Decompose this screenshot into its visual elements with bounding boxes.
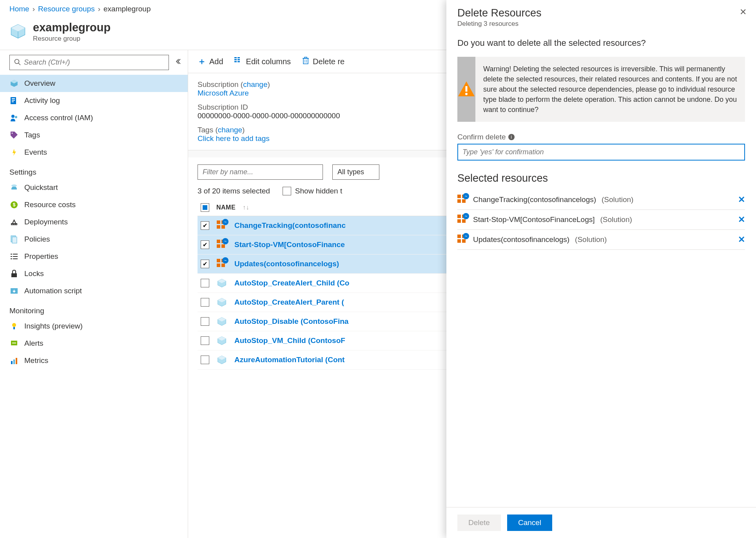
sidebar-item-policies[interactable]: Policies — [0, 231, 188, 248]
confirm-delete-input[interactable] — [457, 144, 745, 161]
cancel-button[interactable]: Cancel — [507, 515, 552, 531]
nav-icon — [9, 183, 19, 192]
sidebar-item-tags[interactable]: Tags — [0, 126, 188, 144]
delete-button[interactable]: Delete — [457, 515, 501, 531]
solution-icon: ~ — [217, 240, 227, 250]
solution-icon: ~ — [217, 259, 227, 269]
filter-name-input[interactable] — [198, 164, 323, 180]
nav-icon — [9, 252, 19, 261]
resource-name[interactable]: Updates(contosofinancelogs) — [234, 260, 339, 268]
nav-icon — [9, 286, 19, 296]
svg-point-3 — [15, 60, 19, 64]
sidebar: OverviewActivity logAccess control (IAM)… — [0, 50, 188, 538]
delete-resource-group-button[interactable]: Delete re — [302, 56, 344, 67]
resource-name[interactable]: AutoStop_CreateAlert_Parent ( — [234, 298, 344, 307]
add-label: Add — [209, 57, 223, 66]
sidebar-item-properties[interactable]: Properties — [0, 248, 188, 265]
sidebar-item-label: Overview — [24, 79, 55, 88]
sidebar-item-overview[interactable]: Overview — [0, 75, 188, 92]
name-column-header[interactable]: NAME — [216, 204, 236, 211]
resource-name[interactable]: AutoStop_VM_Child (ContosoF — [234, 336, 345, 345]
nav-icon — [9, 130, 19, 140]
page-title: examplegroup — [33, 21, 111, 34]
row-checkbox[interactable] — [201, 356, 209, 364]
svg-rect-35 — [13, 359, 15, 364]
warning-icon — [457, 80, 475, 99]
svg-rect-10 — [12, 101, 14, 102]
svg-point-20 — [16, 224, 16, 225]
resource-name[interactable]: AzureAutomationTutorial (Cont — [234, 356, 344, 364]
svg-rect-41 — [237, 59, 240, 60]
svg-point-19 — [14, 224, 15, 225]
selected-resource-row: ~Start-Stop-VM[ContosoFinanceLogs](Solut… — [457, 210, 745, 230]
sidebar-item-alerts[interactable]: Alerts — [0, 335, 188, 352]
svg-rect-37 — [234, 57, 237, 58]
svg-text:$: $ — [13, 202, 16, 208]
nav-icon — [9, 113, 19, 123]
nav-icon — [9, 269, 19, 278]
resource-name[interactable]: ChangeTracking(contosofinanc — [234, 221, 346, 230]
sidebar-item-automation-script[interactable]: Automation script — [0, 282, 188, 300]
sidebar-item-label: Policies — [24, 235, 50, 244]
remove-selected-button[interactable]: ✕ — [738, 195, 745, 205]
select-all-checkbox[interactable] — [201, 203, 209, 212]
sidebar-item-label: Quickstart — [24, 183, 58, 192]
change-subscription-link[interactable]: change — [243, 80, 267, 88]
nav-icon: $ — [9, 200, 19, 209]
sidebar-item-label: Deployments — [24, 218, 68, 226]
runbook-icon — [217, 297, 227, 307]
sidebar-item-events[interactable]: Events — [0, 144, 188, 161]
sidebar-item-activity-log[interactable]: Activity log — [0, 92, 188, 109]
sidebar-item-metrics[interactable]: Metrics — [0, 352, 188, 369]
svg-point-60 — [465, 93, 468, 95]
sidebar-item-access-control-iam-[interactable]: Access control (IAM) — [0, 109, 188, 126]
svg-rect-9 — [12, 100, 15, 101]
nav-icon — [9, 321, 19, 331]
sidebar-item-insights-preview-[interactable]: Insights (preview) — [0, 318, 188, 335]
sidebar-item-label: Metrics — [24, 356, 48, 365]
breadcrumb-resource-groups[interactable]: Resource groups — [38, 5, 95, 13]
breadcrumb-current: examplegroup — [103, 5, 150, 13]
sort-icon: ↑↓ — [243, 204, 249, 211]
delete-resources-panel: Delete Resources Deleting 3 resources ✕ … — [446, 0, 756, 538]
selected-resource-name: Updates(contosofinancelogs) — [473, 235, 569, 244]
panel-title: Delete Resources — [457, 7, 745, 19]
subscription-link[interactable]: Microsoft Azure — [198, 89, 249, 97]
resource-name[interactable]: AutoStop_Disable (ContosoFina — [234, 317, 348, 326]
breadcrumb-home[interactable]: Home — [9, 5, 29, 13]
sidebar-item-label: Insights (preview) — [24, 322, 83, 330]
change-tags-link[interactable]: change — [218, 126, 242, 134]
edit-columns-button[interactable]: Edit columns — [234, 56, 291, 67]
resource-name[interactable]: Start-Stop-VM[ContosoFinance — [234, 240, 345, 249]
sidebar-item-label: Locks — [24, 269, 44, 278]
row-checkbox[interactable] — [201, 279, 209, 287]
row-checkbox[interactable] — [201, 336, 209, 345]
sidebar-item-quickstart[interactable]: Quickstart — [0, 179, 188, 196]
sidebar-item-locks[interactable]: Locks — [0, 265, 188, 282]
add-tags-link[interactable]: Click here to add tags — [198, 134, 270, 143]
sidebar-item-deployments[interactable]: Deployments — [0, 213, 188, 231]
row-checkbox[interactable] — [201, 260, 209, 268]
row-checkbox[interactable] — [201, 298, 209, 307]
sidebar-item-label: Access control (IAM) — [24, 114, 93, 122]
row-checkbox[interactable] — [201, 317, 209, 326]
svg-rect-34 — [11, 361, 13, 364]
remove-selected-button[interactable]: ✕ — [738, 235, 745, 245]
remove-selected-button[interactable]: ✕ — [738, 215, 745, 225]
edit-columns-label: Edit columns — [246, 57, 291, 66]
add-button[interactable]: ＋ Add — [198, 56, 223, 67]
resource-name[interactable]: AutoStop_CreateAlert_Child (Co — [234, 279, 349, 287]
sidebar-search-input[interactable] — [9, 55, 169, 70]
close-panel-button[interactable]: ✕ — [740, 7, 747, 17]
type-filter-select[interactable]: All types — [332, 164, 379, 180]
subscription-label: Subscription — [198, 80, 239, 88]
sidebar-item-resource-costs[interactable]: $Resource costs — [0, 196, 188, 213]
sidebar-item-label: Activity log — [24, 96, 60, 105]
row-checkbox[interactable] — [201, 240, 209, 249]
row-checkbox[interactable] — [201, 221, 209, 230]
plus-icon: ＋ — [198, 56, 206, 67]
nav-icon — [9, 79, 19, 88]
collapse-sidebar-icon[interactable] — [176, 58, 183, 66]
show-hidden-checkbox[interactable] — [283, 187, 291, 195]
svg-rect-40 — [237, 57, 240, 58]
